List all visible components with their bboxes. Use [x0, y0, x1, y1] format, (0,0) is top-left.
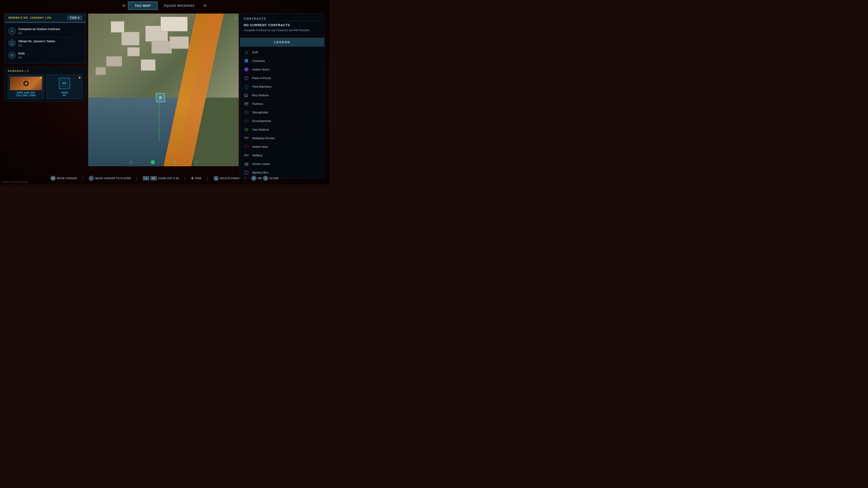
svg-rect-4 [11, 55, 13, 56]
encampments-icon [244, 118, 249, 124]
legend-panel: LEGEND ⬡ Exfil Contracts [240, 37, 324, 178]
legend-item-wallbuy: Wallbuy [240, 151, 324, 160]
divider-3: | [184, 176, 185, 181]
objective-1: Complete an Outlast Contract. 0/1 [5, 25, 86, 37]
drone-svg-icon [244, 136, 249, 140]
obj-name-1: Complete an Outlast Contract. [18, 27, 82, 31]
svg-point-0 [11, 30, 13, 32]
mission-objectives: Complete an Outlast Contract. 0/1 Obtain… [4, 23, 86, 64]
control-label-zoom: ZOOM OUT & IN [158, 177, 179, 180]
legend-label-redeploy: Redeploy Drones [252, 136, 275, 140]
legend-item-perk: Perk Machines [240, 82, 324, 91]
reward-label-2: +3000XP [61, 92, 68, 97]
legend-label-encampments: Encampments [252, 119, 271, 123]
map-icon-right: ⬡ [173, 160, 176, 164]
bottom-controls: RS MOVE CURSOR | L↑ MOVE CURSOR TO PLAYE… [51, 176, 278, 181]
right-panel: Contracts NO CURRENT CONTRACTS Complete … [240, 13, 324, 178]
legend-label-strongholds: Strongholds [252, 111, 268, 114]
legend-header: LEGEND [240, 38, 324, 46]
map-dashed-line [159, 96, 159, 141]
control-label-ping: PING [195, 177, 202, 180]
btn-l1: L1 [143, 176, 149, 180]
legend-item-pack: Pack-A-Punch [240, 74, 324, 82]
building-8 [96, 67, 106, 75]
svg-line-1 [12, 31, 13, 32]
contracts-section: Contracts NO CURRENT CONTRACTS Complete … [240, 13, 324, 36]
perk-machines-icon [244, 84, 249, 89]
fortress-icon [244, 101, 249, 106]
map-expand-icon[interactable]: ⤢ [234, 15, 237, 20]
control-label-move-cursor: MOVE CURSOR [57, 177, 77, 180]
mission-header: WHERE'S DR. JANSEN? | 0% TIER 6 [4, 13, 86, 23]
legend-label-gas-stations: Gas Stations [252, 128, 269, 131]
legend-label-exfil: Exfil [252, 51, 258, 54]
ammo-svg-icon [244, 162, 248, 166]
svg-rect-6 [244, 94, 248, 96]
mission-title: WHERE'S DR. JANSEN? | 0% [8, 16, 51, 20]
legend-label-mystery-box: Mystery Box [252, 171, 269, 174]
btn-rs: RS [51, 176, 56, 181]
legend-label-perk: Perk Machines [252, 85, 272, 88]
legend-label-aether-storm: Aether Storm [252, 68, 270, 71]
svg-rect-11 [246, 103, 247, 104]
divider-5: | [245, 176, 246, 181]
legend-item-redeploy: Redeploy Drones [240, 134, 324, 142]
contracts-section-title: Contracts [244, 17, 321, 20]
redeploy-drones-icon [244, 135, 249, 141]
map-container: ⤢ ⬡ ⬡ ⬡ [88, 13, 239, 166]
wallbuy-icon [244, 153, 249, 158]
control-delete-pings: △ DELETE PINGS [214, 176, 240, 181]
obj-progress-1: 0/1 [18, 32, 82, 35]
obj-progress-3: 0/1 [18, 56, 82, 59]
rewards-header: REWARDS | 2 [8, 70, 83, 72]
obj-progress-2: 0/1 [18, 44, 82, 47]
reward-card-1: 🔒 ⚡ RIDE AND DIECALLING CARD [8, 74, 44, 99]
legend-label-wallbuy: Wallbuy [252, 154, 263, 157]
btn-triangle: △ [214, 176, 219, 181]
obj-name-3: Exfil. [18, 52, 82, 56]
contracts-icon [244, 58, 249, 64]
svg-rect-12 [247, 103, 248, 104]
control-label-delete-pings: DELETE PINGS [220, 177, 240, 180]
tablet-icon [10, 41, 14, 45]
no-contracts-title: NO CURRENT CONTRACTS [244, 23, 321, 27]
map-area[interactable]: ⤢ ⬡ ⬡ ⬡ [88, 13, 239, 166]
legend-title: LEGEND [274, 40, 290, 44]
rewards-section: REWARDS | 2 🔒 ⚡ RIDE AND DIECALLING CARD… [4, 67, 86, 101]
control-close: B OR ⊙ CLOSE [251, 176, 278, 181]
svg-rect-25 [246, 163, 247, 165]
strongholds-icon [244, 109, 249, 115]
map-icon-far-right: ⬡ [194, 160, 197, 164]
legend-item-ammo-cache: Ammo Cache [240, 160, 324, 168]
svg-rect-10 [245, 103, 246, 104]
xp-badge: XP [59, 78, 70, 89]
tab-tac-map[interactable]: TAC-MAP [128, 2, 157, 9]
exfil-obj-icon [10, 54, 14, 57]
nav-right-icon: ✛ [201, 2, 209, 9]
aether-storm-icon [244, 67, 249, 72]
divider-2: | [136, 176, 138, 181]
building-1 [121, 32, 140, 45]
objective-2: Obtain Dr. Jansen's Tablet. 0/1 [5, 37, 86, 50]
svg-point-17 [247, 137, 248, 138]
control-move-cursor: RS MOVE CURSOR [51, 176, 77, 181]
building-9 [160, 17, 188, 31]
control-zoom: L1 R1 ZOOM OUT & IN [143, 176, 179, 180]
obj-icon-1 [8, 27, 16, 35]
btn-l-up: L↑ [89, 176, 94, 181]
pack-a-punch-icon [244, 75, 249, 80]
control-label-close: CLOSE [270, 177, 278, 180]
no-contracts-desc: Complete Contracts to earn Essence and R… [244, 28, 321, 32]
reward-card-2: 🔒 XP +3000XP [46, 74, 83, 99]
coordinates: 2566177692552853180 [2, 181, 28, 184]
reward-image-1: ⚡ [10, 76, 42, 90]
ping-icon: ✛ [191, 176, 194, 181]
lock-icon-1: 🔒 [40, 76, 42, 78]
legend-item-buy-stations: Buy Stations [240, 91, 324, 99]
tab-squad-missions[interactable]: SQUAD MISSIONS [157, 2, 201, 9]
buy-cart-icon [244, 93, 249, 97]
reward-label-1: RIDE AND DIECALLING CARD [16, 92, 36, 97]
control-label-move-player: MOVE CURSOR TO PLAYER [95, 177, 131, 180]
left-panel: WHERE'S DR. JANSEN? | 0% TIER 6 Complete… [4, 13, 86, 101]
legend-item-mystery-box: ? Mystery Box [240, 168, 324, 177]
